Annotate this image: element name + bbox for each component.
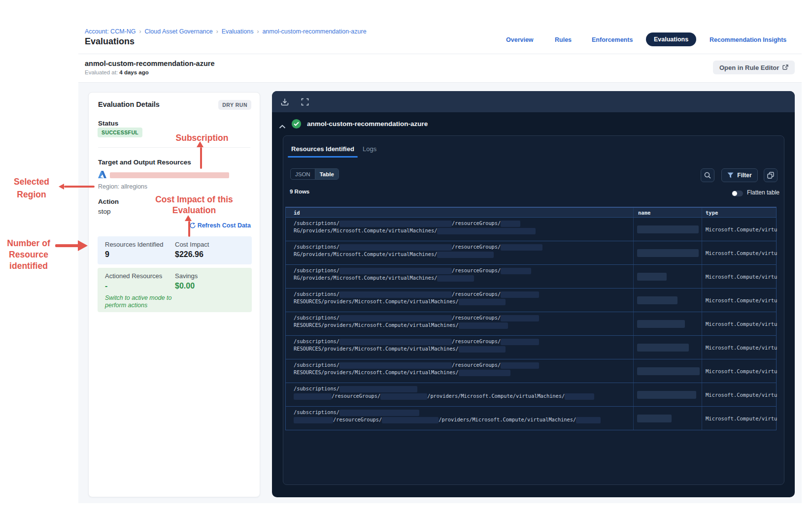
- name-redaction-bar: [637, 273, 667, 281]
- rows-count: 9 Rows: [290, 189, 309, 194]
- view-toggle-table[interactable]: Table: [315, 169, 338, 179]
- table-row[interactable]: /subscriptions//resourceGroups//provider…: [286, 383, 776, 406]
- annotation-resources-arrow: [55, 244, 79, 247]
- view-toggle-json[interactable]: JSON: [291, 169, 315, 179]
- tab-logs[interactable]: Logs: [363, 145, 376, 153]
- actioned-resources-value: -: [105, 282, 107, 290]
- action-value: stop: [98, 208, 111, 215]
- dry-run-badge: DRY RUN: [218, 100, 251, 110]
- evaluation-output-panel: anmol-custom-recommendation-azure Resour…: [272, 91, 795, 497]
- name-redaction-bar: [637, 344, 689, 352]
- annotation-cost-impact: Cost Impact of thisEvaluation: [153, 194, 236, 216]
- savings-value: $0.00: [175, 282, 195, 290]
- evaluated-at: Evaluated at: 4 days ago: [85, 69, 149, 75]
- table-row[interactable]: /subscriptions//resourceGroups//provider…: [286, 406, 776, 430]
- name-redaction-bar: [637, 249, 699, 257]
- rule-title: anmol-custom-recommendation-azure: [85, 60, 214, 67]
- subscription-redaction-bar: [110, 172, 229, 178]
- annotation-region-arrow: [64, 186, 95, 188]
- table-row[interactable]: /subscriptions//resourceGroups/RG/provid…: [286, 264, 776, 288]
- name-redaction-bar: [637, 415, 672, 422]
- resources-identified-value: 9: [105, 250, 109, 259]
- resources-cost-box: Resources Identified 9 Cost Impact $226.…: [98, 236, 252, 264]
- copy-button[interactable]: [764, 168, 778, 182]
- resources-identified-label: Resources Identified: [105, 241, 164, 248]
- name-redaction-bar: [637, 225, 699, 233]
- panel-rule-title[interactable]: anmol-custom-recommendation-azure: [307, 120, 428, 128]
- search-button[interactable]: [701, 168, 714, 182]
- action-label: Action: [98, 198, 119, 205]
- column-type[interactable]: type: [702, 208, 777, 217]
- cost-impact-value: $226.96: [175, 250, 203, 259]
- table-row[interactable]: /subscriptions//resourceGroups/RG/provid…: [286, 241, 776, 264]
- annotation-cost-arrow: [188, 221, 190, 237]
- flatten-table-toggle[interactable]: [732, 191, 743, 196]
- target-resources-label: Target and Output Resources: [98, 159, 191, 166]
- view-toggle: JSON Table: [290, 168, 339, 180]
- status-label: Status: [98, 120, 118, 127]
- download-icon[interactable]: [281, 98, 289, 106]
- evaluation-details-card: Evaluation Details DRY RUN Status SUCCES…: [88, 92, 260, 497]
- refresh-icon: [190, 223, 196, 228]
- resources-table: id name type /subscriptions//resourceGro…: [285, 207, 777, 430]
- nav-enforcements[interactable]: Enforcements: [592, 36, 633, 43]
- open-in-rule-editor-button[interactable]: Open in Rule Editor: [713, 61, 795, 74]
- card-divider: [98, 147, 250, 148]
- top-nav: Overview Rules Enforcements Evaluations …: [78, 0, 802, 54]
- evaluation-details-title: Evaluation Details: [98, 100, 160, 108]
- annotation-subscription-arrow: [200, 147, 202, 169]
- nav-evaluations[interactable]: Evaluations: [646, 32, 696, 46]
- name-redaction-bar: [637, 367, 700, 375]
- flatten-table-label: Flatten table: [747, 189, 779, 196]
- resource-table-body: /subscriptions//resourceGroups/RG/provid…: [286, 217, 776, 430]
- name-redaction-bar: [637, 391, 696, 399]
- column-name[interactable]: name: [633, 208, 702, 217]
- status-badge: SUCCESSFUL: [98, 128, 142, 137]
- actioned-resources-label: Actioned Resources: [105, 272, 162, 280]
- name-redaction-bar: [637, 296, 677, 304]
- external-link-icon: [782, 64, 788, 70]
- annotation-number-resources: Number ofResourceidentified: [3, 238, 54, 272]
- savings-label: Savings: [175, 272, 198, 280]
- annotation-selected-region: SelectedRegion: [7, 175, 56, 201]
- table-row[interactable]: /subscriptions//resourceGroups/RESOURCES…: [286, 288, 776, 312]
- switch-mode-note: Switch to active mode toperform actions: [105, 294, 171, 309]
- collapse-chevron-icon[interactable]: [279, 122, 286, 131]
- azure-icon: [98, 171, 106, 178]
- cost-impact-label: Cost Impact: [175, 241, 209, 248]
- table-row[interactable]: /subscriptions//resourceGroups/RESOURCES…: [286, 312, 776, 335]
- name-redaction-bar: [637, 320, 685, 328]
- table-header: id name type: [286, 208, 776, 217]
- tab-resources-identified[interactable]: Resources Identified: [291, 145, 354, 153]
- results-card: Resources Identified Logs JSON Table Fil…: [283, 135, 784, 485]
- column-id[interactable]: id: [286, 208, 633, 217]
- content-area: Account: CCM-NG›Cloud Asset Governance›E…: [78, 0, 802, 503]
- active-tab-underline: [288, 156, 358, 158]
- filter-icon: [727, 172, 734, 178]
- fullscreen-icon[interactable]: [301, 98, 309, 106]
- region-value: Region: allregions: [98, 183, 147, 190]
- table-row[interactable]: /subscriptions//resourceGroups/RG/provid…: [286, 217, 776, 241]
- nav-recommendation-insights[interactable]: Recommendation Insights: [710, 36, 786, 43]
- header-divider: [78, 54, 802, 54]
- actioned-savings-box: Actioned Resources - Savings $0.00 Switc…: [98, 268, 252, 312]
- table-row[interactable]: /subscriptions//resourceGroups/RESOURCES…: [286, 335, 776, 359]
- refresh-cost-data-link[interactable]: Refresh Cost Data: [190, 222, 251, 229]
- filter-button[interactable]: Filter: [721, 168, 758, 182]
- panel-toolbar: [272, 91, 795, 112]
- success-check-icon: [292, 119, 301, 128]
- nav-rules[interactable]: Rules: [555, 36, 572, 43]
- table-row[interactable]: /subscriptions//resourceGroups/RESOURCES…: [286, 359, 776, 383]
- nav-overview[interactable]: Overview: [506, 36, 534, 43]
